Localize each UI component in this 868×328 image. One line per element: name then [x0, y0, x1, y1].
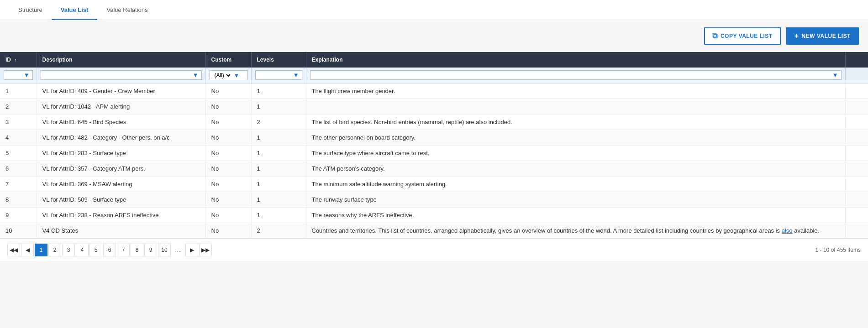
filter-explanation-cell: ▼ [306, 68, 845, 83]
page-info: 1 - 10 of 455 items [815, 247, 861, 253]
filter-row: ▼ ▼ (All) Yes No [0, 68, 868, 83]
cell-levels: 2 [251, 115, 306, 130]
cell-id: 7 [0, 177, 37, 192]
page-8-button[interactable]: 8 [131, 244, 143, 256]
page-nav: ◀◀ ◀ 12345678910... ▶ ▶▶ [7, 244, 212, 256]
cell-explanation: The ATM person's category. [306, 161, 845, 177]
id-sort-icon: ↑ [14, 57, 16, 62]
cell-levels: 1 [251, 177, 306, 192]
table-row[interactable]: 3VL for AttrID: 645 - Bird SpeciesNo2The… [0, 115, 868, 130]
col-header-actions [845, 52, 868, 68]
table-row[interactable]: 5VL for AttrID: 283 - Surface typeNo1The… [0, 146, 868, 161]
filter-custom-select[interactable]: (All) Yes No [213, 72, 232, 79]
page-9-button[interactable]: 9 [144, 244, 157, 256]
filter-description-cell: ▼ [37, 68, 205, 83]
filter-custom-cell: (All) Yes No ▼ [205, 68, 251, 83]
tabs-bar: Structure Value List Value Relations [0, 0, 868, 20]
cell-description: VL for AttrID: 357 - Category ATM pers. [37, 161, 205, 177]
cell-id: 8 [0, 192, 37, 208]
table-row[interactable]: 1VL for AttrID: 409 - Gender - Crew Memb… [0, 83, 868, 99]
table-row[interactable]: 6VL for AttrID: 357 - Category ATM pers.… [0, 161, 868, 177]
filter-custom-wrap: (All) Yes No ▼ [210, 70, 247, 80]
table-row[interactable]: 8VL for AttrID: 509 - Surface typeNo1The… [0, 192, 868, 208]
toolbar: ⧉ COPY VALUE LIST + NEW VALUE LIST [0, 20, 868, 52]
cell-explanation: The runway surface type [306, 192, 845, 208]
cell-custom: No [205, 208, 251, 223]
cell-actions [845, 208, 868, 223]
table-row[interactable]: 4VL for AttrID: 482 - Category - Other p… [0, 130, 868, 146]
cell-actions [845, 146, 868, 161]
filter-description-wrap: ▼ [41, 70, 202, 80]
tab-value-relations[interactable]: Value Relations [97, 1, 157, 20]
cell-actions [845, 223, 868, 239]
page-4-button[interactable]: 4 [76, 244, 89, 256]
col-header-id[interactable]: ID ↑ [0, 52, 37, 68]
cell-description: VL for AttrID: 238 - Reason ARFS ineffec… [37, 208, 205, 223]
page-prev-button[interactable]: ◀ [21, 244, 34, 256]
filter-levels-input[interactable] [258, 72, 293, 78]
page-last-button[interactable]: ▶▶ [199, 244, 212, 256]
page-3-button[interactable]: 3 [62, 244, 75, 256]
cell-actions [845, 177, 868, 192]
page-2-button[interactable]: 2 [48, 244, 61, 256]
table-row[interactable]: 2VL for AttrID: 1042 - APM alertingNo1 [0, 99, 868, 115]
explanation-link[interactable]: also [782, 227, 793, 234]
table-row[interactable]: 9VL for AttrID: 238 - Reason ARFS ineffe… [0, 208, 868, 223]
cell-id: 10 [0, 223, 37, 239]
filter-actions-cell [845, 68, 868, 83]
table-row[interactable]: 7VL for AttrID: 369 - MSAW alertingNo1Th… [0, 177, 868, 192]
page-7-button[interactable]: 7 [117, 244, 130, 256]
cell-actions [845, 192, 868, 208]
cell-levels: 1 [251, 99, 306, 115]
page-1-button[interactable]: 1 [35, 244, 47, 256]
col-header-levels: Levels [251, 52, 306, 68]
cell-description: VL for AttrID: 509 - Surface type [37, 192, 205, 208]
tab-structure[interactable]: Structure [9, 1, 52, 20]
filter-explanation-input[interactable] [313, 72, 832, 78]
copy-value-list-button[interactable]: ⧉ COPY VALUE LIST [704, 27, 780, 45]
table-row[interactable]: 10V4 CD StatesNo2Countries and territori… [0, 223, 868, 239]
cell-description: VL for AttrID: 283 - Surface type [37, 146, 205, 161]
cell-explanation: The other personnel on board category. [306, 130, 845, 146]
cell-levels: 1 [251, 130, 306, 146]
new-button-label: NEW VALUE LIST [802, 33, 851, 39]
filter-levels-icon[interactable]: ▼ [293, 72, 299, 78]
pagination-bar: ◀◀ ◀ 12345678910... ▶ ▶▶ 1 - 10 of 455 i… [0, 239, 868, 261]
page-5-button[interactable]: 5 [89, 244, 102, 256]
new-value-list-button[interactable]: + NEW VALUE LIST [786, 27, 859, 45]
cell-levels: 1 [251, 192, 306, 208]
cell-id: 3 [0, 115, 37, 130]
tab-value-list[interactable]: Value List [52, 1, 98, 20]
filter-levels-wrap: ▼ [255, 70, 302, 80]
filter-description-input[interactable] [44, 72, 193, 78]
cell-levels: 1 [251, 161, 306, 177]
value-list-table: ID ↑ Description Custom Levels Explanati… [0, 52, 868, 239]
cell-custom: No [205, 99, 251, 115]
cell-description: VL for AttrID: 409 - Gender - Crew Membe… [37, 83, 205, 99]
filter-explanation-wrap: ▼ [310, 70, 842, 80]
page-6-button[interactable]: 6 [103, 244, 116, 256]
cell-custom: No [205, 223, 251, 239]
filter-id-icon[interactable]: ▼ [24, 72, 30, 78]
page-10-button[interactable]: 10 [158, 244, 171, 256]
col-header-description: Description [37, 52, 205, 68]
cell-id: 1 [0, 83, 37, 99]
cell-description: VL for AttrID: 369 - MSAW alerting [37, 177, 205, 192]
cell-explanation: The surface type where aircraft came to … [306, 146, 845, 161]
filter-explanation-icon[interactable]: ▼ [832, 72, 838, 78]
cell-description: VL for AttrID: 482 - Category - Other pe… [37, 130, 205, 146]
filter-description-icon[interactable]: ▼ [193, 72, 199, 78]
cell-actions [845, 83, 868, 99]
cell-id: 2 [0, 99, 37, 115]
cell-custom: No [205, 192, 251, 208]
page-next-button[interactable]: ▶ [185, 244, 198, 256]
filter-id-input[interactable] [7, 72, 24, 78]
cell-levels: 1 [251, 146, 306, 161]
cell-actions [845, 115, 868, 130]
table-header-row: ID ↑ Description Custom Levels Explanati… [0, 52, 868, 68]
col-header-explanation: Explanation [306, 52, 845, 68]
cell-explanation: The list of bird species. Non-bird entri… [306, 115, 845, 130]
cell-explanation: Countries and territories. This list of … [306, 223, 845, 239]
cell-levels: 1 [251, 208, 306, 223]
page-first-button[interactable]: ◀◀ [7, 244, 20, 256]
